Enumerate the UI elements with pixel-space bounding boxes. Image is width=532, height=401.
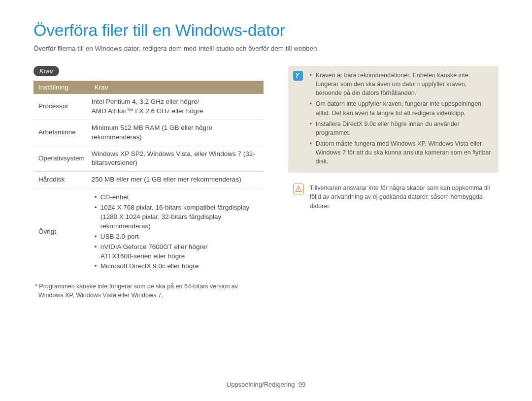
warning-text: Tillverkaren ansvarar inte för några ska… — [310, 185, 490, 209]
page-footer: Uppspelning/Redigering 99 — [0, 381, 532, 388]
requirements-table: Inställning Krav Processor Intel Pentium… — [33, 81, 264, 276]
requirements-footnote: * Programmen kanske inte fungerar som de… — [33, 282, 264, 300]
note-icon — [293, 71, 303, 81]
svg-point-1 — [298, 190, 299, 191]
footer-section: Uppspelning/Redigering — [227, 381, 295, 388]
row-value: Intel Pentium 4, 3,2 GHz eller högre/ AM… — [90, 94, 264, 120]
table-row: Hårddisk 250 MB eller mer (1 GB eller me… — [33, 172, 264, 188]
table-row: Operativsystem Windows XP SP2, Windows V… — [33, 146, 264, 172]
page-title: Överföra filer till en Windows-dator — [33, 21, 499, 40]
list-item: nVIDIA Geforce 7600GT eller högre/ ATI X… — [95, 243, 259, 261]
note-item: Installera DirectX 9.0c eller högre inna… — [310, 120, 493, 137]
row-label: Processor — [33, 94, 90, 120]
footer-page-number: 99 — [299, 381, 305, 388]
row-value: Minimum 512 MB RAM (1 GB eller högre rek… — [90, 120, 264, 146]
list-item: 1024 X 768 pixlar, 16-bitars kompatibel … — [95, 203, 259, 231]
warning-icon — [293, 184, 304, 194]
page-subtitle: Överför filerna till en Windows-dator, r… — [33, 45, 499, 52]
row-label: Hårddisk — [33, 172, 90, 188]
notes-column: Kraven är bara rekommendationer. Enheten… — [288, 66, 499, 300]
note-box: Kraven är bara rekommendationer. Enheten… — [288, 66, 499, 173]
list-item: CD-enhet — [95, 193, 259, 202]
requirements-column: Krav Inställning Krav Processor Intel Pe… — [33, 66, 264, 300]
col-req: Krav — [90, 81, 264, 94]
table-row: Arbetsminne Minimum 512 MB RAM (1 GB ell… — [33, 120, 264, 146]
table-row: Processor Intel Pentium 4, 3,2 GHz eller… — [33, 94, 264, 120]
note-item: Kraven är bara rekommendationer. Enheten… — [310, 71, 493, 97]
table-row: Övrigt CD-enhet 1024 X 768 pixlar, 16-bi… — [33, 188, 264, 276]
row-value: Windows XP SP2, Windows Vista, eller Win… — [90, 146, 264, 172]
list-item: USB 2.0-port — [95, 232, 259, 242]
row-label: Arbetsminne — [33, 120, 90, 146]
row-value: CD-enhet 1024 X 768 pixlar, 16-bitars ko… — [90, 188, 264, 276]
row-value: 250 MB eller mer (1 GB eller mer rekomme… — [90, 172, 264, 188]
row-label: Övrigt — [33, 188, 90, 276]
list-item: Microsoft DirectX 9.0c eller högre — [95, 262, 259, 271]
row-label: Operativsystem — [33, 146, 90, 172]
note-item: Om datorn inte uppfyller kraven, fungera… — [310, 99, 493, 117]
note-item: Datorn måste fungera med Windows XP, Win… — [310, 139, 493, 166]
warning-box: Tillverkaren ansvarar inte för några ska… — [288, 184, 499, 210]
requirements-heading: Krav — [33, 66, 59, 76]
col-setting: Inställning — [33, 81, 90, 94]
